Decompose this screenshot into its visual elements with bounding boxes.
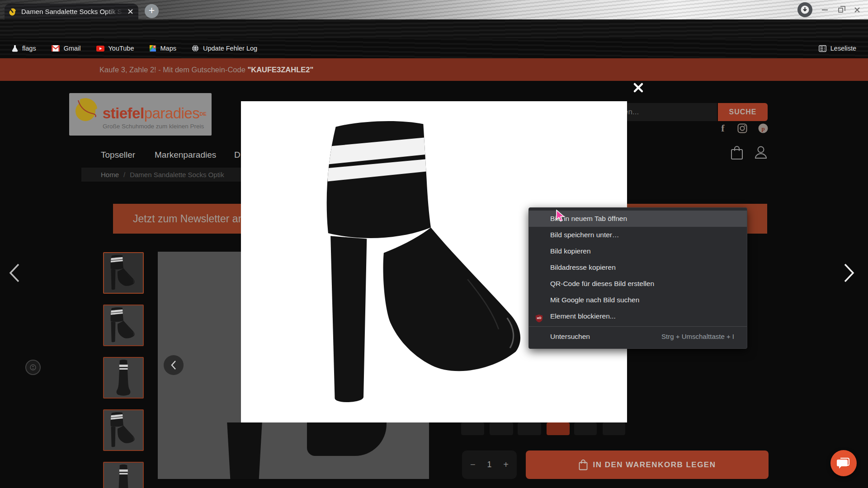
context-menu-item-copy-image[interactable]: Bild kopieren bbox=[529, 243, 747, 259]
newsletter-banner-left[interactable]: Jetzt zum Newsletter anm bbox=[113, 204, 241, 234]
site-favicon bbox=[9, 8, 17, 16]
context-menu-item-save-image-as[interactable]: Bild speichern unter… bbox=[529, 227, 747, 243]
inspect-shortcut: Strg + Umschalttaste + I bbox=[661, 328, 734, 345]
tab-close-icon[interactable] bbox=[127, 8, 134, 15]
quantity-stepper: − 1 + bbox=[462, 450, 517, 479]
shopping-bag-icon bbox=[579, 460, 588, 470]
breadcrumb-current: Damen Sandalette Socks Optik bbox=[130, 171, 224, 178]
search-button[interactable]: SUCHE bbox=[718, 103, 768, 121]
size-button-1[interactable] bbox=[461, 422, 484, 435]
logo-word-paradies: paradies bbox=[144, 105, 200, 122]
pinterest-icon[interactable]: p bbox=[757, 122, 769, 135]
promo-banner: Kaufe 3, Zahle 2! - Mit dem Gutschein-Co… bbox=[0, 58, 868, 81]
chat-bubble-icon bbox=[837, 457, 850, 469]
nav-item-topseller[interactable]: Topseller bbox=[101, 150, 135, 160]
window-restore-button[interactable] bbox=[835, 6, 846, 14]
thumbnail-1[interactable] bbox=[103, 252, 144, 294]
quantity-increase-button[interactable]: + bbox=[503, 460, 509, 470]
nav-item-markenparadies[interactable]: Markenparadies bbox=[155, 150, 216, 160]
thumbnail-3[interactable] bbox=[103, 357, 144, 399]
browser-tab[interactable]: Damen Sandalette Socks Optik S bbox=[5, 4, 138, 19]
thumbnail-4[interactable] bbox=[103, 409, 144, 451]
logo-shoe-icon bbox=[74, 97, 100, 122]
context-menu: Bild in neuem Tab öffnen Bild speichern … bbox=[528, 207, 747, 349]
quantity-decrease-button[interactable]: − bbox=[470, 460, 476, 470]
add-to-cart-label: IN DEN WARENKORB LEGEN bbox=[593, 460, 716, 469]
gmail-icon bbox=[52, 45, 60, 52]
browser-toolbar: ← → ⟳ ⌂ stiefelparadies.de/products/dame… bbox=[0, 19, 868, 38]
coupon-code: "KAUFE3ZAHLE2" bbox=[247, 66, 313, 74]
size-button-4-selected[interactable] bbox=[547, 422, 570, 435]
bookmark-flags[interactable]: flags bbox=[12, 45, 36, 52]
promo-message: Kaufe 3, Zahle 2! - Mit dem Gutschein-Co… bbox=[99, 58, 313, 81]
flask-icon bbox=[12, 45, 18, 52]
size-button-5[interactable] bbox=[574, 422, 597, 435]
bookmark-maps[interactable]: Maps bbox=[150, 45, 176, 52]
size-button-2[interactable] bbox=[490, 422, 513, 435]
facebook-icon[interactable]: f bbox=[717, 122, 729, 135]
thumbnail-5[interactable] bbox=[103, 462, 144, 488]
breadcrumb: Home / Damen Sandalette Socks Optik bbox=[81, 168, 241, 182]
lightbox-next-button[interactable] bbox=[840, 262, 857, 284]
product-image-heel-fragment bbox=[225, 422, 264, 479]
new-tab-button[interactable]: + bbox=[145, 4, 159, 18]
trust-badge-widget[interactable] bbox=[25, 360, 41, 375]
site-logo[interactable]: stiefelparadiesDE Große Schuhmode zum kl… bbox=[69, 93, 212, 136]
reading-list-icon bbox=[819, 45, 826, 52]
breadcrumb-separator: / bbox=[123, 171, 125, 178]
chat-widget-button[interactable] bbox=[830, 450, 857, 476]
thumbnail-2[interactable] bbox=[103, 305, 144, 346]
lightbox-prev-button[interactable] bbox=[6, 262, 24, 284]
nav-item-damen[interactable]: D bbox=[234, 150, 241, 160]
add-to-cart-button[interactable]: IN DEN WARENKORB LEGEN bbox=[526, 450, 769, 479]
context-menu-item-search-google-image[interactable]: Mit Google nach Bild suchen bbox=[529, 292, 747, 308]
mouse-cursor bbox=[555, 210, 566, 224]
account-icon[interactable] bbox=[754, 145, 768, 162]
product-photo-sock-bootie bbox=[318, 120, 544, 412]
breadcrumb-home[interactable]: Home bbox=[101, 171, 119, 178]
logo-sup-de: DE bbox=[199, 111, 206, 117]
bookmarks-bar: flags Gmail YouTube bbox=[0, 38, 868, 58]
quantity-value: 1 bbox=[487, 460, 491, 469]
browser-tab-bar: Damen Sandalette Socks Optik S + bbox=[0, 0, 868, 19]
maps-icon bbox=[150, 45, 156, 52]
tab-title: Damen Sandalette Socks Optik S bbox=[21, 8, 123, 15]
logo-tagline: Große Schuhmode zum kleinen Preis bbox=[103, 123, 207, 130]
context-menu-item-inspect[interactable]: Strg + Umschalttaste + I Untersuchen bbox=[529, 328, 747, 345]
download-status-icon[interactable] bbox=[797, 2, 812, 17]
context-menu-item-create-qr-code[interactable]: QR-Code für dieses Bild erstellen bbox=[529, 276, 747, 292]
context-menu-item-block-element[interactable]: uO Element blockieren... bbox=[529, 308, 747, 324]
bookmark-gmail[interactable]: Gmail bbox=[52, 45, 81, 52]
image-prev-button[interactable] bbox=[164, 355, 184, 375]
cart-icon[interactable] bbox=[731, 145, 743, 162]
reading-list-button[interactable]: Leseliste bbox=[819, 45, 856, 52]
bookmark-update-fehler-log[interactable]: Update Fehler Log bbox=[192, 45, 257, 52]
ublock-shield-icon: uO bbox=[535, 312, 543, 328]
svg-text:uO: uO bbox=[537, 316, 541, 319]
size-button-3[interactable] bbox=[518, 422, 541, 435]
youtube-icon bbox=[96, 46, 104, 52]
window-close-button[interactable] bbox=[852, 6, 863, 14]
svg-text:p: p bbox=[761, 125, 764, 132]
window-minimize-button[interactable] bbox=[819, 6, 830, 14]
logo-word-stiefel: stiefel bbox=[103, 105, 144, 122]
context-menu-item-copy-image-address[interactable]: Bildadresse kopieren bbox=[529, 259, 747, 276]
lightbox-close-button[interactable] bbox=[632, 82, 646, 95]
newsletter-text: Jetzt zum Newsletter anm bbox=[133, 204, 253, 234]
screen: Damen Sandalette Socks Optik S + ← → ⟳ ⌂ bbox=[0, 0, 868, 488]
globe-icon bbox=[192, 45, 199, 52]
bookmark-youtube[interactable]: YouTube bbox=[96, 45, 134, 52]
product-image-toe-fragment bbox=[307, 422, 387, 456]
instagram-icon[interactable] bbox=[736, 122, 749, 135]
context-menu-divider bbox=[529, 326, 747, 327]
size-button-6[interactable] bbox=[603, 422, 625, 435]
